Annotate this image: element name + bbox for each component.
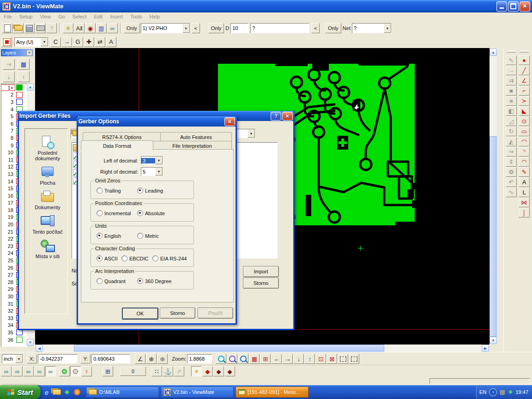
bowtie-tool-button[interactable]: ⋈ [519,198,530,207]
new-file-button[interactable] [2,23,12,33]
grid-dots-button[interactable]: ∷ [151,366,162,376]
aperture-outline-button[interactable]: ◆ [213,366,224,376]
pan-down-button[interactable]: ↓ [293,354,304,364]
radio-trailing[interactable]: Trailing [97,187,121,193]
horizontal-scrollbar[interactable]: ◀ ▶ [35,345,490,352]
menu-setup[interactable]: Setup [16,14,36,19]
radio-metric[interactable]: Metric [137,233,159,239]
line-tool-button[interactable]: ╱ [519,66,530,75]
radio-ascii[interactable]: ASCII [97,255,118,261]
goto-next-button[interactable]: → [61,37,72,47]
menu-go[interactable]: Go [54,14,69,19]
place-desktop[interactable]: Plocha [26,165,69,186]
corner-tool-button[interactable]: ⌐ [519,86,530,96]
layer-import-button[interactable]: ⇥ [3,59,15,70]
menu-tools[interactable]: Tools [127,14,146,19]
cancel-button[interactable]: Storno [243,278,279,289]
highlight-off-button[interactable] [70,366,81,376]
curve-tool-button[interactable]: ◝ [519,147,530,157]
scroll-down-icon[interactable]: ▼ [490,337,497,344]
layer-color-swatch[interactable] [16,99,23,105]
view-pads-button[interactable]: ∞ [23,366,34,376]
swap-ends-button[interactable]: ⇄ [95,37,105,47]
chevron-down-icon[interactable]: ▼ [155,168,163,175]
place-documents[interactable]: Dokumenty [26,190,69,210]
layer-row[interactable]: 3 [1,98,27,106]
net-combo[interactable]: ? ▼ [352,23,392,33]
save-file-button[interactable] [24,23,35,33]
layer-color-swatch[interactable] [16,92,23,98]
scroll-right-icon[interactable]: ▶ [482,345,489,352]
grid-cross-button[interactable]: ⊞ [260,354,271,364]
move-items-button[interactable]: ⇉ [506,76,517,85]
undo-button[interactable]: ↶ [506,177,517,187]
clock[interactable]: 19:47 [515,389,528,395]
pan-right-button[interactable]: → [282,354,293,364]
x-coordinate-button[interactable]: X: [27,354,37,363]
scroll-up-icon[interactable]: ▲ [490,48,497,56]
layers-panel-close-icon[interactable]: × [26,50,32,56]
rotate-button[interactable]: ↻ [506,127,517,136]
dcode-text-button[interactable]: A‖ [74,23,85,33]
units-combo[interactable]: inch ▼ [2,354,23,363]
aperture-center-button[interactable]: ◆ [224,366,235,376]
place-network[interactable]: Místa v síti [26,239,69,259]
radio-english[interactable]: English [97,233,121,239]
rectangle-tool-button[interactable]: ▭ [519,127,530,136]
only-dcode-button[interactable]: Only [208,23,224,33]
grid-frame-button[interactable]: ▦ [249,354,260,364]
chevron-down-icon[interactable]: ▼ [15,355,23,363]
goto-gcode-button[interactable]: G [73,37,83,47]
layer-down-button[interactable]: ↓ [3,71,15,82]
fill-light-button[interactable]: ■ [506,96,517,106]
layer-up-button[interactable]: ↑ [18,71,30,82]
highlight-on-button[interactable] [59,366,70,376]
help-icon[interactable]: ? [271,112,281,121]
dcode-filter-input[interactable]: ? [250,23,309,33]
aperture-table-button[interactable]: ⊞ [103,366,113,376]
chevron-down-icon[interactable]: ▼ [248,129,255,138]
mirror-copy-button[interactable]: ◭ [506,137,517,146]
selection-mode-button[interactable] [1,37,12,47]
pad-display-button[interactable]: ◉ [85,23,96,33]
view-all-button[interactable]: ∞ [1,366,12,376]
scroll-left-icon[interactable]: ◀ [36,345,43,352]
probe-button[interactable]: ♀ [81,366,92,376]
chevron-down-icon[interactable]: ▼ [41,38,48,46]
layer-colors-button[interactable]: ▥ [96,23,107,33]
highlight-pad-button[interactable]: ✚ [84,37,94,47]
zoom-window-button[interactable] [227,354,237,364]
view-sketch-button[interactable]: ∞ [45,366,56,376]
previous-dcode-button[interactable]: < [311,23,320,33]
grid-paste-button[interactable]: ⊠ [326,354,337,364]
chevron-down-icon[interactable]: ▼ [182,24,190,33]
only-layer-button[interactable]: Only [124,23,140,33]
select-component-button[interactable]: C [50,37,61,47]
right-of-decimal-combo[interactable]: 5 ▼ [141,167,163,176]
aperture-flash-button[interactable]: ✳ [63,23,73,33]
select-arrow-button[interactable]: ⇖ [506,55,517,65]
snap-origin-button[interactable]: ⊕ [157,354,168,364]
import-button[interactable]: Import [243,266,279,277]
place-recent-documents[interactable]: Poslední dokumenty [26,135,69,161]
radio-absolute[interactable]: Absolute [137,210,165,216]
quicklaunch-book-icon[interactable]: ❖ [63,388,71,396]
origin-crosshair-button[interactable]: ⊕ [146,354,157,364]
start-button[interactable]: Start [0,385,41,399]
selection-filter-combo[interactable]: Any (U) ▼ [14,37,48,47]
minimize-button[interactable] [496,1,507,12]
pan-up-button[interactable]: ↑ [304,354,315,364]
chain-select-button[interactable]: ∿ [506,187,517,197]
layer-combo[interactable]: 1) V2.PHO ▼ [141,23,190,33]
pan-left-button[interactable]: ← [271,354,282,364]
zoom-selection-button[interactable] [238,354,248,364]
y-coordinate-button[interactable]: Y: [80,354,91,363]
scroll-down-icon[interactable]: ▼ [27,339,34,346]
radio-incremental[interactable]: Incremental [97,210,131,216]
radio-ebcdic[interactable]: EBCDIC [121,255,149,261]
anchor-button[interactable]: ⚓ [163,366,173,376]
aperture-flash-mode-button[interactable]: ✳ [191,366,202,376]
select-area-button[interactable] [338,354,348,364]
menu-help[interactable]: Help [146,14,164,19]
stretch-button[interactable]: ⇗ [174,366,184,376]
